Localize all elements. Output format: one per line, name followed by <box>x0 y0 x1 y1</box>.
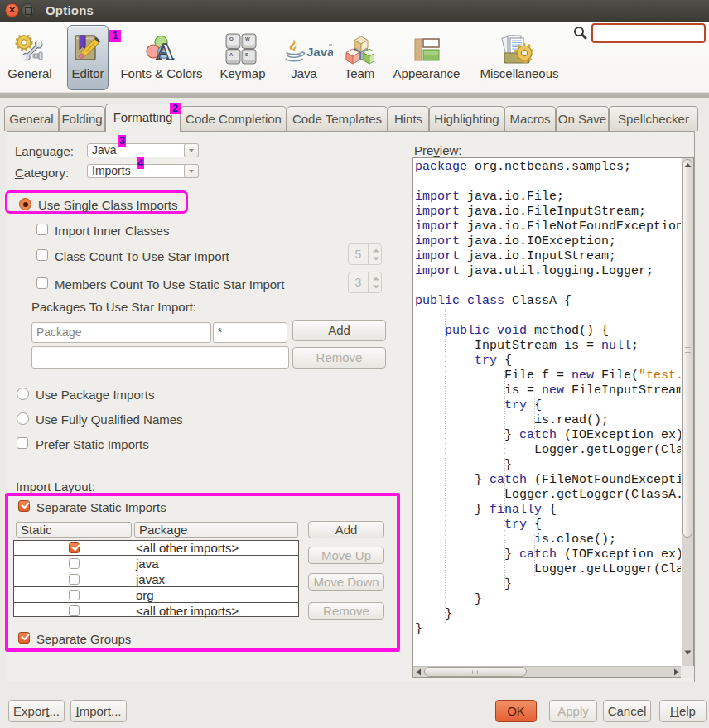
svg-text:S: S <box>245 52 248 57</box>
svg-text:A: A <box>229 52 234 57</box>
svg-text:A: A <box>156 37 174 63</box>
svg-text:W: W <box>245 36 250 41</box>
svg-text:Q: Q <box>229 36 234 41</box>
svg-text:Java: Java <box>306 45 333 59</box>
